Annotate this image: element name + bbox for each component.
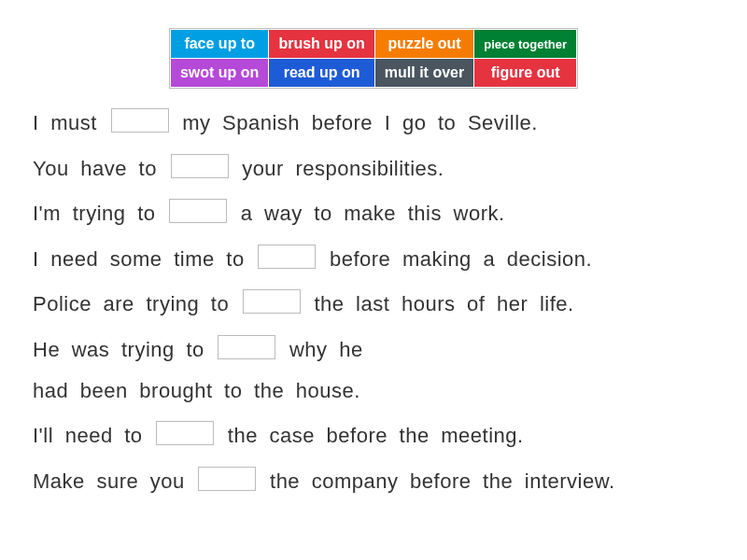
sentence-list: I must my Spanish before I go to Seville… — [33, 105, 714, 495]
sentence-text: before making a decision. — [317, 247, 592, 271]
word-tile-read-up-on[interactable]: read up on — [269, 59, 374, 87]
sentence-text: a way to make this work. — [229, 202, 504, 225]
tile-bank: face up tobrush up onpuzzle outpiece tog… — [169, 28, 578, 89]
sentence-text: the case before the meeting. — [216, 424, 523, 447]
sentence-6: He was trying to why he — [33, 332, 714, 364]
word-tile-brush-up-on[interactable]: brush up on — [269, 30, 374, 58]
sentence-text: my Spanish before I go to Seville. — [171, 111, 538, 134]
sentence-7: I'll need to the case before the meeting… — [33, 418, 714, 450]
drop-blank[interactable] — [111, 108, 169, 133]
word-tile-swot-up-on[interactable]: swot up on — [171, 59, 268, 87]
drop-blank[interactable] — [198, 467, 256, 491]
tile-bank-container: face up tobrush up onpuzzle outpiece tog… — [33, 28, 714, 89]
sentence-text: I'll need to — [33, 424, 154, 447]
sentence-text: Police are trying to — [33, 292, 241, 315]
exercise-wrapper: face up tobrush up onpuzzle outpiece tog… — [0, 0, 747, 495]
sentence-text: I must — [33, 111, 109, 134]
sentence-text: You have to — [33, 157, 169, 180]
sentence-4: I need some time to before making a deci… — [33, 242, 714, 273]
drop-blank[interactable] — [218, 335, 275, 359]
sentence-text: had been brought to the house. — [33, 379, 360, 402]
drop-blank[interactable] — [169, 199, 227, 223]
sentence-3: I'm trying to a way to make this work. — [33, 196, 714, 228]
sentence-text: I'm trying to — [33, 202, 167, 225]
sentence-text: He was trying to — [33, 338, 216, 361]
sentence-text: Make sure you — [33, 469, 196, 493]
word-tile-piece-together[interactable]: piece together — [474, 30, 576, 58]
sentence-text: the company before the interview. — [258, 469, 614, 493]
word-tile-face-up-to[interactable]: face up to — [171, 30, 268, 58]
sentence-1: I must my Spanish before I go to Seville… — [33, 105, 714, 137]
sentence-6-cont: had been brought to the house. — [33, 378, 714, 405]
sentence-8: Make sure you the company before the int… — [33, 464, 714, 496]
sentence-text: the last hours of her life. — [303, 292, 574, 315]
sentence-5: Police are trying to the last hours of h… — [33, 287, 714, 318]
drop-blank[interactable] — [171, 154, 229, 178]
drop-blank[interactable] — [243, 289, 301, 314]
word-tile-mull-it-over[interactable]: mull it over — [375, 59, 473, 87]
sentence-text: your responsibilities. — [231, 157, 444, 180]
word-tile-figure-out[interactable]: figure out — [474, 59, 576, 87]
drop-blank[interactable] — [258, 245, 316, 269]
sentence-text: why he — [277, 338, 362, 361]
sentence-2: You have to your responsibilities. — [33, 151, 714, 183]
drop-blank[interactable] — [156, 421, 214, 445]
word-tile-puzzle-out[interactable]: puzzle out — [375, 30, 473, 58]
sentence-text: I need some time to — [33, 247, 256, 271]
